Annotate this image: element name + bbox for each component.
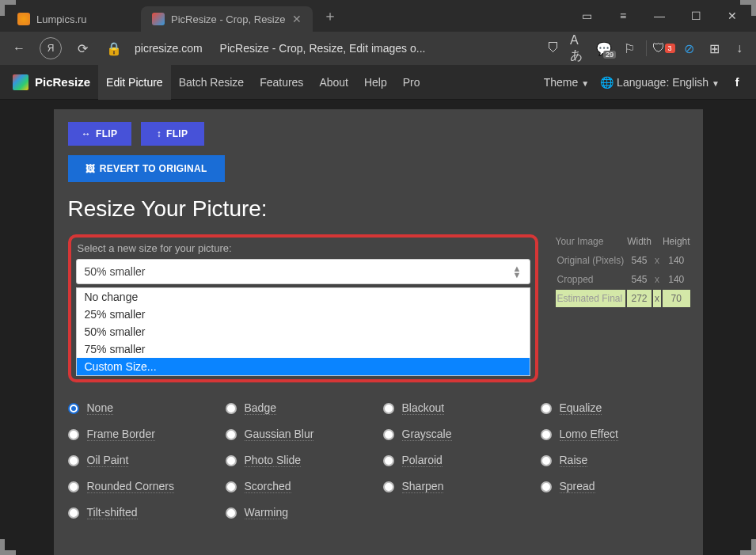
radio-icon[interactable]: [68, 429, 79, 440]
theme-dropdown[interactable]: Theme▼: [544, 76, 589, 89]
effect-option[interactable]: Blackout: [383, 401, 531, 415]
radio-icon[interactable]: [541, 455, 552, 466]
effect-option[interactable]: Spread: [541, 480, 689, 493]
effect-label[interactable]: Polaroid: [402, 454, 443, 467]
option-custom-size[interactable]: Custom Size...: [77, 358, 530, 375]
radio-icon[interactable]: [226, 429, 237, 440]
close-window-button[interactable]: ✕: [715, 3, 750, 29]
reload-button[interactable]: ⟳: [71, 37, 93, 59]
effect-label[interactable]: Photo Slide: [245, 454, 302, 467]
shield-icon[interactable]: ⛉: [545, 40, 562, 57]
radio-icon[interactable]: [383, 403, 394, 414]
page-body: ↔FLIP ↕FLIP 🖼REVERT TO ORIGINAL Resize Y…: [0, 100, 756, 555]
radio-icon[interactable]: [541, 481, 552, 492]
minimize-button[interactable]: —: [642, 3, 677, 29]
effect-label[interactable]: None: [87, 401, 113, 415]
effect-option[interactable]: Gaussian Blur: [226, 428, 374, 441]
effect-label[interactable]: Lomo Effect: [560, 428, 618, 441]
effect-label[interactable]: Warming: [245, 506, 289, 519]
effect-option[interactable]: Sharpen: [383, 480, 531, 493]
radio-icon[interactable]: [226, 403, 237, 414]
effect-label[interactable]: Oil Paint: [87, 454, 129, 467]
radio-icon[interactable]: [68, 507, 79, 519]
nav-edit-picture[interactable]: Edit Picture: [98, 65, 171, 100]
effect-option[interactable]: Badge: [226, 401, 374, 415]
browser-tab-active[interactable]: PicResize - Crop, Resize ✕: [141, 6, 313, 32]
effect-label[interactable]: Grayscale: [402, 428, 452, 441]
favicon-icon: [17, 13, 30, 25]
effect-option[interactable]: Raise: [541, 454, 689, 467]
effect-label[interactable]: Tilt-shifted: [87, 506, 138, 519]
language-dropdown[interactable]: 🌐 Language: English▼: [600, 76, 720, 89]
radio-icon[interactable]: [226, 455, 237, 466]
nav-help[interactable]: Help: [356, 65, 395, 100]
effect-label[interactable]: Frame Border: [87, 428, 155, 441]
radio-icon[interactable]: [541, 429, 552, 440]
radio-icon[interactable]: [68, 403, 79, 414]
effect-option[interactable]: Polaroid: [383, 454, 531, 467]
translate-icon[interactable]: Aあ: [570, 40, 587, 57]
menu-icon[interactable]: ≡: [606, 3, 640, 29]
effect-label[interactable]: Rounded Corners: [87, 480, 175, 493]
effect-option[interactable]: Tilt-shifted: [68, 506, 216, 519]
radio-icon[interactable]: [68, 481, 79, 492]
url-text[interactable]: picresize.com: [135, 42, 203, 55]
effect-option[interactable]: Equalize: [541, 401, 689, 415]
new-tab-button[interactable]: ＋: [319, 5, 341, 27]
nav-pro[interactable]: Pro: [395, 65, 428, 100]
facebook-icon[interactable]: f: [731, 76, 743, 89]
radio-icon[interactable]: [226, 481, 237, 492]
adblock-icon[interactable]: 🛡3: [655, 40, 672, 57]
row-original: Original (Pixels) 545x140: [556, 252, 690, 269]
effect-label[interactable]: Scorched: [245, 480, 291, 493]
effect-option[interactable]: Photo Slide: [226, 454, 374, 467]
option-no-change[interactable]: No change: [77, 288, 530, 306]
revert-button[interactable]: 🖼REVERT TO ORIGINAL: [68, 155, 225, 182]
flip-horizontal-button[interactable]: ↔FLIP: [68, 122, 131, 146]
effect-label[interactable]: Spread: [560, 480, 595, 493]
downloads-icon[interactable]: ↓: [731, 40, 748, 57]
effect-option[interactable]: Oil Paint: [68, 454, 216, 467]
effect-option[interactable]: Rounded Corners: [68, 480, 216, 493]
nav-batch-resize[interactable]: Batch Resize: [171, 65, 252, 100]
effect-label[interactable]: Raise: [560, 454, 588, 467]
effect-option[interactable]: None: [68, 401, 216, 415]
effect-option[interactable]: Warming: [226, 506, 374, 519]
extensions-icon[interactable]: ⊞: [705, 40, 723, 57]
effect-label[interactable]: Equalize: [560, 401, 602, 415]
effect-label[interactable]: Badge: [245, 401, 276, 415]
size-select[interactable]: 50% smaller ▲▼: [76, 259, 530, 284]
radio-icon[interactable]: [383, 481, 394, 492]
window-panel-icon[interactable]: ▭: [569, 3, 604, 29]
comments-icon[interactable]: 💬29: [595, 40, 613, 57]
maximize-button[interactable]: ☐: [678, 3, 713, 29]
bookmark-icon[interactable]: ⚐: [621, 40, 638, 57]
radio-icon[interactable]: [383, 429, 394, 440]
flip-vertical-button[interactable]: ↕FLIP: [141, 122, 204, 146]
noscript-icon[interactable]: ⊘: [680, 40, 697, 57]
option-75-smaller[interactable]: 75% smaller: [77, 340, 530, 358]
radio-icon[interactable]: [68, 455, 79, 466]
close-icon[interactable]: ✕: [292, 13, 302, 25]
effect-label[interactable]: Gaussian Blur: [245, 428, 314, 441]
radio-icon[interactable]: [541, 403, 552, 414]
effect-option[interactable]: Grayscale: [383, 428, 531, 441]
yandex-icon[interactable]: Я: [40, 37, 62, 59]
effect-option[interactable]: Lomo Effect: [541, 428, 689, 441]
effect-label[interactable]: Sharpen: [402, 480, 444, 493]
nav-features[interactable]: Features: [252, 65, 311, 100]
option-25-smaller[interactable]: 25% smaller: [77, 306, 530, 323]
effect-option[interactable]: Frame Border: [68, 428, 216, 441]
logo[interactable]: PicResize: [13, 74, 90, 90]
effect-label[interactable]: Blackout: [402, 401, 445, 415]
option-50-smaller[interactable]: 50% smaller: [77, 323, 530, 340]
back-button[interactable]: ←: [8, 37, 30, 59]
address-bar: ← Я ⟳ 🔒 picresize.com PicResize - Crop, …: [0, 32, 756, 65]
effect-option[interactable]: Scorched: [226, 480, 374, 493]
radio-icon[interactable]: [383, 455, 394, 466]
lock-icon[interactable]: 🔒: [103, 37, 125, 59]
select-label: Select a new size for your picture:: [78, 242, 530, 254]
nav-about[interactable]: About: [311, 65, 356, 100]
browser-tab-inactive[interactable]: Lumpics.ru: [6, 6, 141, 32]
radio-icon[interactable]: [226, 507, 237, 519]
